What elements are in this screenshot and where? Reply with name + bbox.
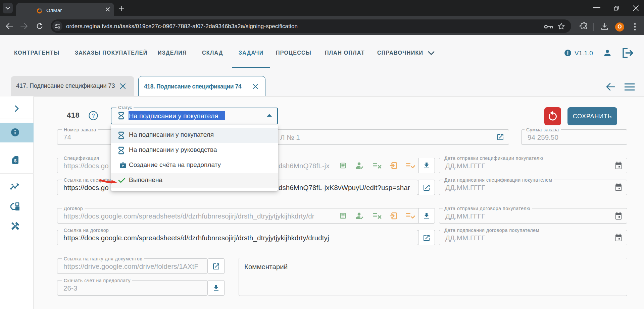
svg-text:?: ? bbox=[92, 113, 95, 119]
svg-text:$: $ bbox=[14, 158, 17, 163]
